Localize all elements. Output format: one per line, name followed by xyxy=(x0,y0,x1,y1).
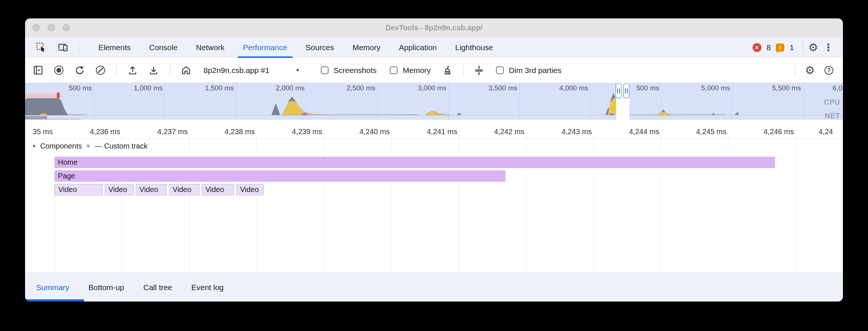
divider xyxy=(79,42,79,53)
flame-chart-area[interactable]: ▼ Components ⚛ — Custom track Home Page … xyxy=(25,139,843,273)
kebab-menu-icon[interactable]: ⋮ xyxy=(823,43,833,52)
warning-count[interactable]: 1 xyxy=(789,43,794,52)
divider xyxy=(170,65,170,76)
track-subtitle: — Custom track xyxy=(95,142,147,150)
divider xyxy=(795,65,795,76)
collapse-sections-icon[interactable] xyxy=(474,65,484,76)
react-atom-icon: ⚛ xyxy=(86,143,91,150)
load-profile-icon[interactable] xyxy=(128,65,138,75)
target-selector-value: 8p2n9n.csb.app #1 xyxy=(204,66,270,75)
warning-badge-icon[interactable]: ! xyxy=(776,43,784,52)
tab-memory[interactable]: Memory xyxy=(343,37,390,58)
tab-elements[interactable]: Elements xyxy=(89,37,140,58)
memory-label: Memory xyxy=(403,66,431,75)
timeline-overview[interactable]: 500 ms 1,000 ms 1,500 ms 2,000 ms 2,500 … xyxy=(25,83,843,120)
track-bar-video[interactable]: Video xyxy=(55,184,103,195)
home-icon[interactable] xyxy=(181,65,191,75)
memory-checkbox[interactable]: Memory xyxy=(390,66,431,75)
track-bar-home[interactable]: Home xyxy=(55,157,775,168)
checkbox-box[interactable] xyxy=(496,66,504,74)
track-bar-video[interactable]: Video xyxy=(136,184,167,195)
timeline-ruler: 35 ms 4,236 ms 4,237 ms 4,238 ms 4,239 m… xyxy=(25,120,843,139)
divider xyxy=(803,42,803,53)
dim-3rd-parties-label: Dim 3rd parties xyxy=(509,66,561,75)
screenshots-checkbox[interactable]: Screenshots xyxy=(321,66,377,75)
help-icon[interactable]: ? xyxy=(824,66,833,75)
selection-right-handle[interactable] xyxy=(623,83,629,98)
capture-settings-gear-icon[interactable]: ⚙ xyxy=(805,65,815,76)
tab-summary[interactable]: Summary xyxy=(36,283,69,292)
tab-event-log[interactable]: Event log xyxy=(191,283,224,292)
tab-console[interactable]: Console xyxy=(140,37,187,58)
custom-track-header[interactable]: ▼ Components ⚛ — Custom track xyxy=(32,142,147,150)
track-bar-video[interactable]: Video xyxy=(202,184,234,195)
track-bar-video[interactable]: Video xyxy=(105,184,134,195)
net-label: NET xyxy=(825,112,840,120)
record-button[interactable] xyxy=(54,66,63,75)
target-selector-dropdown[interactable]: 8p2n9n.csb.app #1 ▼ xyxy=(204,66,300,75)
dim-3rd-parties-checkbox[interactable]: Dim 3rd parties xyxy=(496,66,561,75)
checkbox-box[interactable] xyxy=(321,66,329,74)
divider xyxy=(116,65,117,76)
track-bar-page[interactable]: Page xyxy=(55,170,506,182)
panel-tabs: Elements Console Network Performance Sou… xyxy=(89,37,502,58)
inspect-element-icon[interactable] xyxy=(36,42,46,52)
tab-network[interactable]: Network xyxy=(187,37,234,58)
tab-sources[interactable]: Sources xyxy=(296,37,343,58)
selection-left-handle[interactable] xyxy=(615,83,622,98)
active-tab-underline xyxy=(25,299,84,302)
clear-recording-icon[interactable] xyxy=(96,66,105,75)
collect-garbage-icon[interactable] xyxy=(442,65,453,76)
desktop-background: DevTools - 8p2n9n.csb.app/ Element xyxy=(0,0,868,331)
track-bar-video[interactable]: Video xyxy=(236,184,264,195)
window-title: DevTools - 8p2n9n.csb.app/ xyxy=(25,18,843,37)
tab-performance[interactable]: Performance xyxy=(234,37,296,58)
bottom-tab-bar: Summary Bottom-up Call tree Event log xyxy=(25,273,843,302)
error-badge-icon[interactable]: ✕ xyxy=(753,43,761,52)
save-profile-icon[interactable] xyxy=(149,65,159,75)
tab-application[interactable]: Application xyxy=(390,37,446,58)
track-bar-video[interactable]: Video xyxy=(169,184,199,195)
device-toolbar-icon[interactable] xyxy=(57,42,68,52)
panel-tab-bar: Elements Console Network Performance Sou… xyxy=(25,37,843,58)
track-title: Components xyxy=(40,142,82,150)
performance-toolbar: 8p2n9n.csb.app #1 ▼ Screenshots Memory xyxy=(25,58,843,83)
title-bar: DevTools - 8p2n9n.csb.app/ xyxy=(25,18,843,37)
toggle-sidebar-icon[interactable] xyxy=(33,65,43,75)
settings-gear-icon[interactable]: ⚙ xyxy=(808,42,818,53)
reload-and-record-button[interactable] xyxy=(74,65,85,76)
error-count[interactable]: 8 xyxy=(767,43,771,52)
screenshots-label: Screenshots xyxy=(334,66,377,75)
tab-call-tree[interactable]: Call tree xyxy=(143,283,172,292)
tab-lighthouse[interactable]: Lighthouse xyxy=(446,37,502,58)
devtools-window: DevTools - 8p2n9n.csb.app/ Element xyxy=(25,18,843,302)
checkbox-box[interactable] xyxy=(390,66,397,74)
tab-bottom-up[interactable]: Bottom-up xyxy=(88,283,124,292)
divider xyxy=(463,65,463,76)
cpu-label: CPU xyxy=(824,98,840,107)
chevron-down-icon: ▼ xyxy=(295,67,300,73)
collapse-triangle-icon[interactable]: ▼ xyxy=(32,143,37,149)
